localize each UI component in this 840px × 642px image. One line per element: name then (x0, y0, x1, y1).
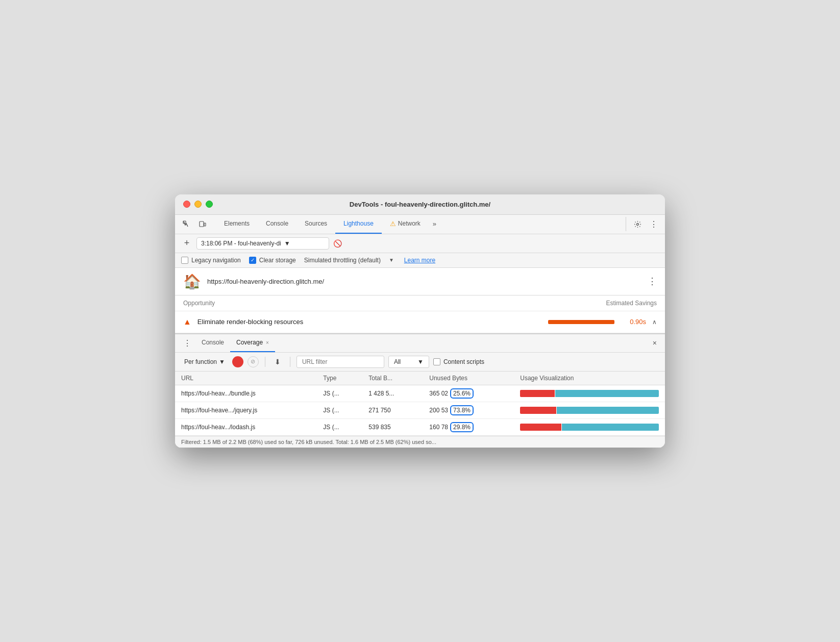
tab-lighthouse[interactable]: Lighthouse (335, 215, 382, 234)
separator2 (290, 357, 290, 367)
panel-close-button[interactable]: × (649, 339, 661, 347)
download-button[interactable]: ⬇ (271, 357, 284, 367)
cell-total: 539 835 (362, 419, 423, 436)
clear-storage-cb-checked[interactable]: ✓ (249, 257, 256, 264)
dropdown-arrow-icon[interactable]: ▼ (284, 240, 290, 247)
cell-unused: 200 5373.8% (423, 402, 514, 419)
warning-triangle-icon: ▲ (183, 317, 191, 327)
cancel-recording-button[interactable]: ⊘ (248, 356, 259, 367)
tab-console[interactable]: Console (258, 215, 297, 234)
cell-viz (514, 385, 665, 402)
no-entry-icon[interactable]: 🚫 (333, 239, 342, 248)
lighthouse-url-bar: 🏠 https://foul-heavenly-direction.glitch… (175, 268, 665, 295)
nav-tabs: Elements Console Sources Lighthouse ⚠ Ne… (212, 215, 624, 234)
window-title: DevTools - foul-heavenly-direction.glitc… (350, 201, 490, 208)
tab-network[interactable]: ⚠ Network (382, 215, 429, 234)
opportunity-chevron-icon[interactable]: ∧ (652, 318, 657, 326)
lighthouse-more-button[interactable]: ⋮ (648, 276, 657, 287)
cell-viz (514, 402, 665, 419)
all-dropdown[interactable]: All ▼ (388, 356, 429, 368)
url-input[interactable]: 3:18:06 PM - foul-heavenly-di ▼ (196, 237, 329, 250)
more-tabs-button[interactable]: » (429, 215, 440, 234)
unused-bytes-value: 365 02 (429, 390, 448, 397)
usage-bar (520, 407, 659, 414)
usage-bar (520, 390, 659, 397)
table-row[interactable]: https://foul-heav.../bundle.jsJS (...1 4… (175, 385, 665, 402)
per-function-dropdown[interactable]: Per function ▼ (181, 357, 228, 367)
options-bar: Legacy navigation ✓ Clear storage Simula… (175, 253, 665, 268)
lighthouse-icon: 🏠 (183, 273, 201, 290)
svg-rect-2 (204, 223, 206, 226)
col-total: Total B... (362, 372, 423, 385)
legacy-nav-cb-unchecked[interactable] (181, 257, 188, 264)
unused-pct-value: 29.8% (450, 422, 474, 432)
close-button[interactable] (183, 201, 190, 208)
usage-bar (520, 424, 659, 431)
cell-type: JS (... (317, 385, 362, 402)
col-unused: Unused Bytes (423, 372, 514, 385)
per-function-arrow-icon: ▼ (219, 358, 225, 365)
all-dropdown-arrow-icon: ▼ (417, 358, 424, 365)
content-scripts-checkbox[interactable]: Content scripts (433, 358, 484, 365)
traffic-lights (183, 201, 213, 208)
title-bar: DevTools - foul-heavenly-direction.glitc… (175, 194, 665, 215)
settings-icon[interactable] (630, 217, 645, 231)
cell-type: JS (... (317, 419, 362, 436)
clear-storage-label: Clear storage (259, 257, 296, 264)
cell-viz (514, 419, 665, 436)
throttling-dropdown-arrow[interactable]: ▼ (389, 257, 394, 263)
opportunity-title: Eliminate render-blocking resources (197, 318, 542, 326)
lighthouse-url-text: https://foul-heavenly-direction.glitch.m… (207, 278, 641, 285)
url-filter-input[interactable] (297, 356, 384, 368)
col-url: URL (175, 372, 317, 385)
status-bar: Filtered: 1.5 MB of 2.2 MB (68%) used so… (175, 436, 665, 448)
panel-tab-coverage[interactable]: Coverage × (230, 334, 275, 352)
col-type: Type (317, 372, 362, 385)
inspect-icon[interactable] (179, 217, 193, 231)
learn-more-link[interactable]: Learn more (404, 257, 435, 264)
estimated-savings-label: Estimated Savings (606, 300, 657, 307)
record-button[interactable] (232, 356, 243, 367)
cell-type: JS (... (317, 402, 362, 419)
clear-storage-checkbox[interactable]: ✓ Clear storage (249, 257, 296, 264)
svg-rect-1 (200, 221, 204, 227)
add-button[interactable]: + (181, 238, 192, 249)
legacy-nav-checkbox[interactable]: Legacy navigation (181, 257, 241, 264)
opportunity-row[interactable]: ▲ Eliminate render-blocking resources 0.… (175, 311, 665, 333)
warning-icon: ⚠ (390, 220, 396, 228)
tab-elements[interactable]: Elements (216, 215, 258, 234)
cell-url: https://foul-heav.../bundle.js (175, 385, 317, 402)
more-options-icon[interactable]: ⋮ (647, 217, 661, 231)
tab-sources[interactable]: Sources (297, 215, 335, 234)
unused-pct-value: 25.6% (450, 388, 474, 399)
devtools-window: DevTools - foul-heavenly-direction.glitc… (175, 194, 665, 448)
cell-total: 271 750 (362, 402, 423, 419)
maximize-button[interactable] (206, 201, 213, 208)
coverage-panel: ⋮ Console Coverage × × Per function ▼ ⊘ … (175, 333, 665, 448)
address-bar: + 3:18:06 PM - foul-heavenly-di ▼ 🚫 (175, 234, 665, 253)
table-row[interactable]: https://foul-heave.../jquery.jsJS (...27… (175, 402, 665, 419)
content-scripts-label: Content scripts (443, 358, 484, 365)
per-function-label: Per function (184, 358, 217, 365)
toolbar-right: ⋮ (626, 217, 661, 231)
cell-unused: 365 0225.6% (423, 385, 514, 402)
opportunity-time: 0.90s (621, 318, 646, 326)
minimize-button[interactable] (194, 201, 202, 208)
cell-url: https://foul-heave.../jquery.js (175, 402, 317, 419)
table-header: URL Type Total B... Unused Bytes Usage V… (175, 372, 665, 385)
device-icon[interactable] (195, 217, 210, 231)
coverage-toolbar: Per function ▼ ⊘ ⬇ All ▼ Content scripts (175, 353, 665, 372)
panel-tab-console[interactable]: Console (195, 334, 230, 352)
separator (265, 357, 265, 367)
simulated-throttling-label: Simulated throttling (default) (304, 257, 381, 264)
opportunity-label: Opportunity (183, 300, 215, 307)
content-scripts-cb[interactable] (433, 358, 440, 365)
table-row[interactable]: https://foul-heav.../lodash.jsJS (...539… (175, 419, 665, 436)
opportunity-header: Opportunity Estimated Savings (175, 295, 665, 311)
cell-url: https://foul-heav.../lodash.js (175, 419, 317, 436)
opportunity-savings-bar (548, 320, 614, 324)
status-text: Filtered: 1.5 MB of 2.2 MB (68%) used so… (181, 439, 436, 445)
panel-dots-icon[interactable]: ⋮ (179, 338, 195, 348)
network-tab-with-warning: ⚠ Network (390, 220, 421, 228)
coverage-tab-close-icon[interactable]: × (266, 340, 269, 345)
